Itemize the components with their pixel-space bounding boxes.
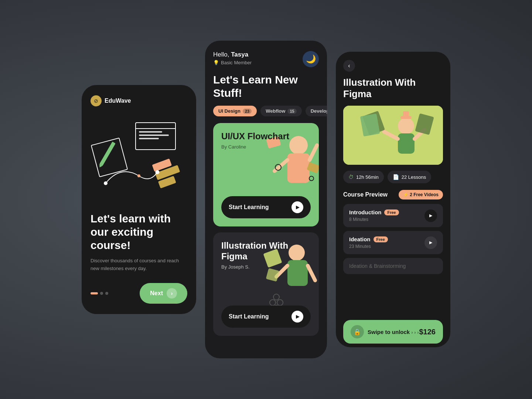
course-card-1: UI/UX Flowchart By Caroline Start Learni…: [213, 123, 319, 226]
course-2-title: Illustration With Figma: [221, 241, 311, 262]
home-header: Hello, Tasya 💡 Basic Member 🌙: [205, 41, 327, 73]
home-headline: Let's Learn New Stuff!: [205, 73, 327, 106]
curve-sketch: [102, 161, 161, 191]
unlock-text: Swipe to unlock › › ›: [368, 329, 419, 335]
next-arrow-icon: ›: [167, 288, 177, 299]
book-icon: 📄: [393, 174, 399, 180]
preview-label: Course Preview: [343, 191, 388, 198]
course-stats: ⏱ 12h 56min 📄 22 Lessons: [336, 171, 450, 183]
onboarding-title: Let's learn with our exciting course!: [91, 212, 187, 252]
svg-rect-24: [403, 111, 409, 116]
back-button[interactable]: ‹: [343, 60, 355, 72]
avatar: 🌙: [303, 51, 319, 67]
play-icon-1: ▶: [291, 201, 303, 213]
phone-onboarding: ⊘ EduWave: [82, 85, 196, 314]
logo-row: ⊘ EduWave: [91, 95, 187, 106]
course-thumbnail: [343, 106, 443, 165]
lesson-item-ideation: Ideation Free 23 Minutes ▶: [343, 231, 443, 254]
onboarding-subtitle: Discover thousands of courses and reach …: [91, 257, 187, 273]
start-learning-btn-1[interactable]: Start Learning ▶: [221, 196, 311, 218]
free-tag-1: Free: [384, 209, 399, 215]
play-icon-2: ▶: [291, 311, 303, 323]
course-1-title: UI/UX Flowchart: [221, 131, 311, 142]
greeting: Hello, Tasya: [213, 51, 252, 58]
play-lesson-1[interactable]: ▶: [424, 209, 437, 222]
membership-icon: 💡: [213, 60, 219, 65]
svg-rect-29: [360, 114, 380, 137]
next-button[interactable]: Next ›: [140, 283, 187, 304]
pagination-dots: [91, 292, 108, 295]
onboarding-illustration: [91, 106, 187, 212]
price-tag: $126: [419, 328, 436, 336]
course-card-2: Illustration With Figma By Joseph S. Sta…: [213, 232, 319, 336]
tab-development[interactable]: Development: [306, 106, 327, 116]
svg-point-1: [156, 170, 159, 174]
lesson-item-introduction: Introduction Free 8 Minutes ▶: [343, 204, 443, 227]
detail-title: Illustration With Figma: [336, 77, 450, 100]
onboarding-bottom: Next ›: [91, 283, 187, 304]
browser-sketch: [135, 122, 176, 150]
free-videos-badge: ⚡ 2 Free Videos: [399, 190, 443, 200]
lesson-1-title: Introduction Free: [349, 209, 399, 215]
svg-point-22: [398, 118, 414, 134]
dot-active: [91, 292, 98, 294]
dot-inactive-1: [100, 292, 103, 295]
course-2-author: By Joseph S.: [221, 264, 311, 270]
lock-icon: 🔒: [351, 325, 364, 338]
phone-home: Hello, Tasya 💡 Basic Member 🌙 Let's Lear…: [205, 41, 327, 358]
lesson-1-duration: 8 Minutes: [349, 217, 399, 222]
svg-point-2: [137, 174, 140, 177]
lessons-stat: 📄 22 Lessons: [388, 171, 432, 183]
logo-text: EduWave: [105, 98, 131, 104]
svg-rect-25: [398, 133, 415, 154]
play-lesson-2[interactable]: ▶: [424, 236, 437, 249]
clock-icon: ⏱: [348, 174, 354, 180]
dot-inactive-2: [105, 292, 108, 295]
tab-webflow[interactable]: Webflow 15: [260, 106, 301, 116]
category-tabs: UI Design 23 Webflow 15 Development: [205, 106, 327, 123]
svg-point-0: [104, 181, 108, 185]
duration-stat: ⏱ 12h 56min: [343, 171, 384, 183]
free-tag-2: Free: [374, 236, 388, 242]
preview-header: Course Preview ⚡ 2 Free Videos: [336, 190, 450, 200]
locked-lesson: Ideation & Brainstorming: [343, 258, 443, 274]
lesson-2-title: Ideation Free: [349, 236, 388, 242]
logo-icon: ⊘: [91, 95, 102, 106]
lesson-2-duration: 23 Minutes: [349, 244, 388, 249]
unlock-bar[interactable]: 🔒 Swipe to unlock › › › $126: [343, 320, 443, 344]
membership-label: 💡 Basic Member: [213, 60, 252, 65]
start-learning-btn-2[interactable]: Start Learning ▶: [221, 306, 311, 328]
course-1-author: By Caroline: [221, 144, 311, 150]
svg-rect-23: [400, 116, 412, 119]
tab-ui-design[interactable]: UI Design 23: [213, 106, 257, 116]
phone-course-detail: ‹ Illustration With Figma: [336, 52, 450, 347]
detail-header: ‹: [336, 52, 450, 77]
